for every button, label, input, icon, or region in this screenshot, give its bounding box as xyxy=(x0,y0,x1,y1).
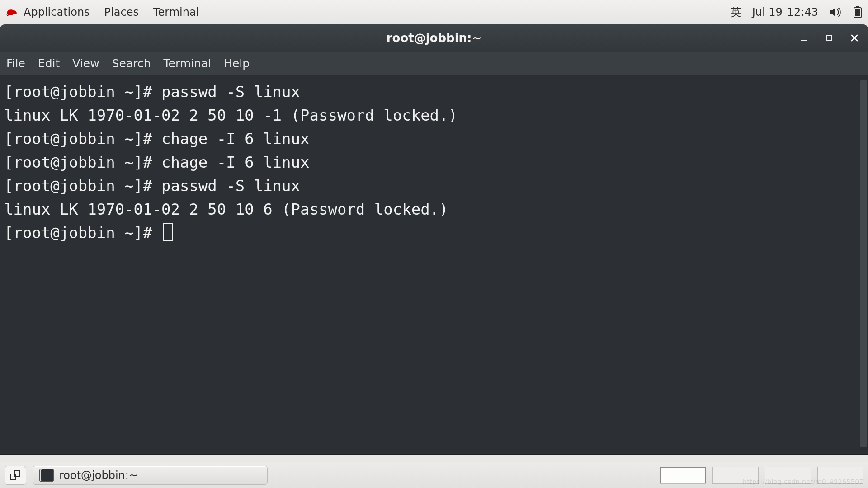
svg-rect-1 xyxy=(856,6,859,8)
menu-edit[interactable]: Edit xyxy=(38,57,60,70)
terminal-app-icon xyxy=(39,469,54,482)
watermark: https://blog.csdn.net/m0_49265507 xyxy=(743,478,863,485)
svg-rect-3 xyxy=(801,40,807,41)
task-button-label: root@jobbin:~ xyxy=(59,469,138,482)
window-title: root@jobbin:~ xyxy=(387,31,482,45)
task-button-terminal[interactable]: root@jobbin:~ xyxy=(33,466,268,485)
redhat-icon xyxy=(5,7,18,18)
terminal-cursor xyxy=(163,223,173,241)
terminal-line: linux LK 1970-01-02 2 50 10 -1 (Password… xyxy=(4,103,863,127)
menu-search[interactable]: Search xyxy=(112,57,151,70)
top-gnome-panel: Applications Places Terminal 英 Jul 19 12… xyxy=(0,0,868,24)
terminal-window: root@jobbin:~ File Edit View Search Term… xyxy=(0,24,868,455)
menu-terminal[interactable]: Terminal xyxy=(163,57,211,70)
terminal-line: linux LK 1970-01-02 2 50 10 6 (Password … xyxy=(4,197,863,221)
workspace-1[interactable] xyxy=(660,467,706,484)
menu-file[interactable]: File xyxy=(6,57,25,70)
menu-help[interactable]: Help xyxy=(224,57,250,70)
terminal-body[interactable]: [root@jobbin ~]# passwd -S linuxlinux LK… xyxy=(0,75,868,455)
clock-time[interactable]: 12:43 xyxy=(787,6,818,19)
menu-terminal-top[interactable]: Terminal xyxy=(153,6,199,19)
volume-icon[interactable] xyxy=(829,7,842,18)
bottom-task-panel: root@jobbin:~ https://blog.csdn.net/m0_4… xyxy=(0,462,868,488)
terminal-prompt: [root@jobbin ~]# xyxy=(4,224,161,242)
menu-applications[interactable]: Applications xyxy=(24,6,90,19)
svg-rect-4 xyxy=(826,35,832,41)
svg-rect-2 xyxy=(855,9,860,16)
terminal-line: [root@jobbin ~]# chage -I 6 linux xyxy=(4,150,863,174)
terminal-line: [root@jobbin ~]# chage -I 6 linux xyxy=(4,127,863,150)
menu-view[interactable]: View xyxy=(72,57,99,70)
input-method-indicator[interactable]: 英 xyxy=(731,5,741,19)
battery-icon[interactable] xyxy=(853,6,863,19)
minimize-button[interactable] xyxy=(798,34,809,42)
maximize-button[interactable] xyxy=(824,35,835,41)
terminal-line: [root@jobbin ~]# passwd -S linux xyxy=(4,174,863,197)
terminal-line: [root@jobbin ~]# passwd -S linux xyxy=(4,80,863,103)
show-desktop-button[interactable] xyxy=(5,466,26,485)
close-button[interactable] xyxy=(849,34,860,42)
window-controls xyxy=(798,24,860,52)
menu-places[interactable]: Places xyxy=(104,6,139,19)
terminal-scrollbar[interactable] xyxy=(860,80,867,447)
terminal-prompt-line: [root@jobbin ~]# xyxy=(4,221,863,244)
clock-date[interactable]: Jul 19 xyxy=(752,6,783,19)
window-titlebar[interactable]: root@jobbin:~ xyxy=(0,24,868,52)
terminal-menubar: File Edit View Search Terminal Help xyxy=(0,52,868,75)
